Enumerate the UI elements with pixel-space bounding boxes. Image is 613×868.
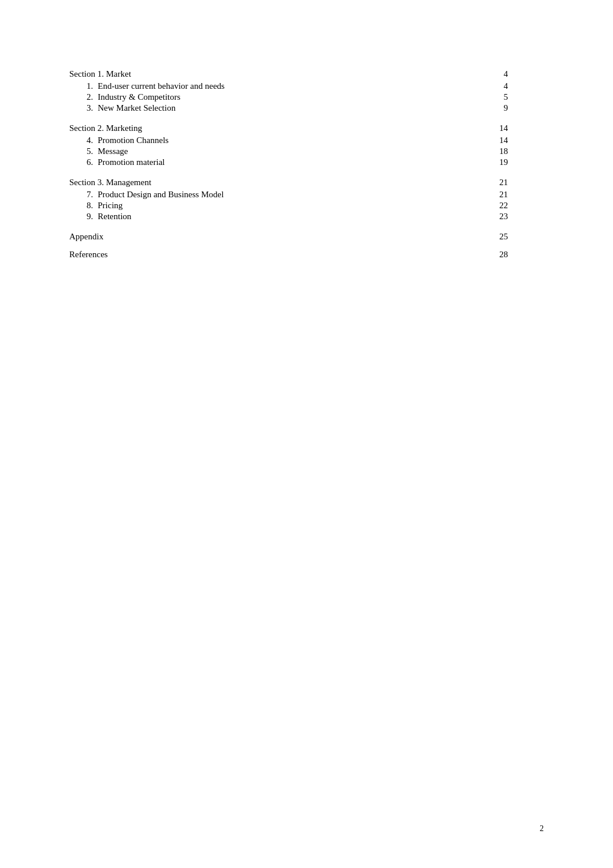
toc-item-4-page: 14: [496, 136, 508, 145]
toc-item-4: 4. Promotion Channels 14: [69, 136, 508, 145]
toc-section-2-header: Section 2. Marketing 14: [69, 123, 508, 133]
toc-section-3: Section 3. Management 21 7. Product Desi…: [69, 178, 508, 221]
toc-item-9-number: 9.: [87, 212, 93, 221]
toc-item-6-number: 6.: [87, 157, 93, 167]
toc-item-4-left: 4. Promotion Channels: [87, 136, 169, 145]
toc-item-1-left: 1. End-user current behavior and needs: [87, 81, 225, 91]
appendix-page: 25: [496, 232, 508, 242]
toc-references: References 28: [69, 250, 508, 260]
section-1-items: 1. End-user current behavior and needs 4…: [69, 81, 508, 113]
section-3-page: 21: [496, 178, 508, 187]
toc-item-9-left: 9. Retention: [87, 212, 132, 221]
toc-item-3-page: 9: [496, 103, 508, 113]
toc-item-5: 5. Message 18: [69, 146, 508, 156]
section-1-page: 4: [496, 69, 508, 79]
toc-item-7: 7. Product Design and Business Model 21: [69, 190, 508, 200]
section-1-title: Section 1. Market: [69, 69, 131, 79]
toc-section-1: Section 1. Market 4 1. End-user current …: [69, 69, 508, 113]
toc-item-5-left: 5. Message: [87, 146, 128, 156]
toc-item-7-left: 7. Product Design and Business Model: [87, 190, 224, 200]
toc-item-2: 2. Industry & Competitors 5: [69, 92, 508, 102]
toc-item-8-left: 8. Pricing: [87, 201, 123, 211]
toc-item-4-number: 4.: [87, 136, 93, 145]
page: Section 1. Market 4 1. End-user current …: [0, 0, 613, 868]
toc-section-3-header: Section 3. Management 21: [69, 178, 508, 187]
toc-item-6-label: Promotion material: [98, 157, 165, 167]
toc-item-8: 8. Pricing 22: [69, 201, 508, 211]
toc-item-2-page: 5: [496, 92, 508, 102]
toc-section-1-header: Section 1. Market 4: [69, 69, 508, 79]
toc-item-1-page: 4: [496, 81, 508, 91]
toc-item-1-number: 1.: [87, 81, 93, 91]
toc-item-3-number: 3.: [87, 103, 93, 113]
toc-item-5-label: Message: [98, 146, 128, 156]
section-3-title: Section 3. Management: [69, 178, 151, 187]
toc-item-2-left: 2. Industry & Competitors: [87, 92, 181, 102]
toc-item-9-label: Retention: [98, 212, 131, 221]
section-2-items: 4. Promotion Channels 14 5. Message 18 6…: [69, 136, 508, 167]
toc-item-6-page: 19: [496, 157, 508, 167]
toc-appendix: Appendix 25: [69, 232, 508, 242]
toc-item-8-page: 22: [496, 201, 508, 211]
toc-item-1-label: End-user current behavior and needs: [98, 81, 225, 91]
toc-item-5-number: 5.: [87, 146, 93, 156]
toc-item-9: 9. Retention 23: [69, 212, 508, 221]
toc-item-9-page: 23: [496, 212, 508, 221]
toc-section-2: Section 2. Marketing 14 4. Promotion Cha…: [69, 123, 508, 167]
page-number: 2: [540, 824, 544, 833]
toc-item-6: 6. Promotion material 19: [69, 157, 508, 167]
toc-item-5-page: 18: [496, 146, 508, 156]
toc-item-2-number: 2.: [87, 92, 93, 102]
section-2-page: 14: [496, 123, 508, 133]
toc-item-2-label: Industry & Competitors: [98, 92, 180, 102]
toc-item-8-label: Pricing: [98, 201, 122, 211]
toc-item-4-label: Promotion Channels: [98, 136, 169, 145]
toc-item-3-left: 3. New Market Selection: [87, 103, 175, 113]
toc-item-8-number: 8.: [87, 201, 93, 211]
section-2-title: Section 2. Marketing: [69, 123, 142, 133]
toc-container: Section 1. Market 4 1. End-user current …: [69, 69, 508, 260]
toc-item-7-page: 21: [496, 190, 508, 200]
references-title: References: [69, 250, 108, 260]
references-page: 28: [496, 250, 508, 260]
toc-item-1: 1. End-user current behavior and needs 4: [69, 81, 508, 91]
toc-item-7-label: Product Design and Business Model: [98, 190, 223, 200]
section-3-items: 7. Product Design and Business Model 21 …: [69, 190, 508, 221]
toc-item-7-number: 7.: [87, 190, 93, 200]
appendix-title: Appendix: [69, 232, 103, 242]
toc-item-6-left: 6. Promotion material: [87, 157, 165, 167]
toc-item-3: 3. New Market Selection 9: [69, 103, 508, 113]
toc-item-3-label: New Market Selection: [98, 103, 175, 113]
